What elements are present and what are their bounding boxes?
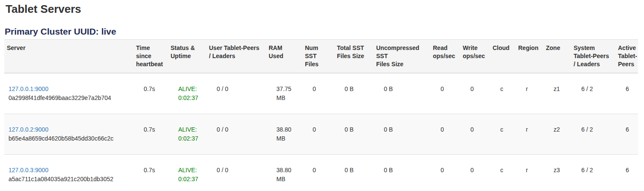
page-title: Tablet Servers	[6, 3, 638, 15]
column-header-num-sst-files: Num SST Files	[302, 40, 334, 73]
num-sst-files-value: 0	[302, 114, 334, 155]
column-header-cloud: Cloud	[489, 40, 515, 73]
write-ops-value: 0	[459, 114, 489, 155]
total-sst-size-value: 0 B	[334, 155, 373, 191]
server-cell: 127.0.0.1:9000 0a2998f41dfe4969baac3229e…	[4, 73, 133, 114]
active-tablet-peers-value: 6	[615, 114, 638, 155]
status-uptime-value: ALIVE: 0:02:37	[167, 114, 206, 155]
write-ops-value: 0	[459, 155, 489, 191]
system-tablet-peers-value: 6 / 2	[570, 114, 615, 155]
user-tablet-peers-value: 0 / 0	[206, 155, 265, 191]
total-sst-size-value: 0 B	[334, 73, 373, 114]
column-header-uncompressed-sst-size: Uncompressed SST Files Size	[373, 40, 429, 73]
column-header-user-tablet-peers: User Tablet-Peers / Leaders	[206, 40, 265, 73]
table-row: 127.0.0.2:9000 b65e4a8659cd4620b58b45dd3…	[4, 114, 638, 155]
server-uuid: a5ac711c1a084035a921c200b1db3052	[9, 175, 129, 184]
tablet-servers-page: Tablet Servers Primary Cluster UUID: liv…	[0, 0, 644, 191]
zone-value: z2	[542, 114, 570, 155]
uncompressed-sst-size-value: 0 B	[373, 155, 429, 191]
column-header-write-ops: Write ops/sec	[459, 40, 489, 73]
read-ops-value: 0	[429, 73, 459, 114]
server-cell: 127.0.0.3:9000 a5ac711c1a084035a921c200b…	[4, 155, 133, 191]
active-tablet-peers-value: 6	[615, 73, 638, 114]
column-header-zone: Zone	[542, 40, 570, 73]
ram-used-value: 37.75 MB	[265, 73, 302, 114]
server-address-link[interactable]: 127.0.0.1:9000	[9, 85, 129, 94]
write-ops-value: 0	[459, 73, 489, 114]
user-tablet-peers-value: 0 / 0	[206, 114, 265, 155]
region-value: r	[515, 73, 542, 114]
read-ops-value: 0	[429, 155, 459, 191]
user-tablet-peers-value: 0 / 0	[206, 73, 265, 114]
time-since-heartbeat-value: 0.7s	[133, 155, 167, 191]
time-since-heartbeat-value: 0.7s	[133, 73, 167, 114]
column-header-total-sst-size: Total SST Files Size	[334, 40, 373, 73]
cluster-uuid-subtitle: Primary Cluster UUID: live	[5, 26, 638, 37]
tablet-servers-table: Server Time since heartbeat Status & Upt…	[4, 39, 638, 191]
column-header-time-since-heartbeat: Time since heartbeat	[133, 40, 167, 73]
zone-value: z1	[542, 73, 570, 114]
system-tablet-peers-value: 6 / 2	[570, 73, 615, 114]
zone-value: z3	[542, 155, 570, 191]
server-cell: 127.0.0.2:9000 b65e4a8659cd4620b58b45dd3…	[4, 114, 133, 155]
server-address-link[interactable]: 127.0.0.2:9000	[9, 125, 129, 134]
server-address-link[interactable]: 127.0.0.3:9000	[9, 166, 129, 175]
region-value: r	[515, 155, 542, 191]
column-header-server: Server	[4, 40, 133, 73]
table-row: 127.0.0.3:9000 a5ac711c1a084035a921c200b…	[4, 155, 638, 191]
region-value: r	[515, 114, 542, 155]
server-uuid: 0a2998f41dfe4969baac3229e7a2b704	[9, 94, 129, 103]
read-ops-value: 0	[429, 114, 459, 155]
column-header-ram-used: RAM Used	[265, 40, 302, 73]
num-sst-files-value: 0	[302, 155, 334, 191]
table-header-row: Server Time since heartbeat Status & Upt…	[4, 40, 638, 73]
cloud-value: c	[489, 155, 515, 191]
system-tablet-peers-value: 6 / 2	[570, 155, 615, 191]
ram-used-value: 38.80 MB	[265, 114, 302, 155]
cloud-value: c	[489, 73, 515, 114]
cloud-value: c	[489, 114, 515, 155]
column-header-read-ops: Read ops/sec	[429, 40, 459, 73]
column-header-status-uptime: Status & Uptime	[167, 40, 206, 73]
uncompressed-sst-size-value: 0 B	[373, 73, 429, 114]
status-uptime-value: ALIVE: 0:02:37	[167, 73, 206, 114]
active-tablet-peers-value: 6	[615, 155, 638, 191]
table-row: 127.0.0.1:9000 0a2998f41dfe4969baac3229e…	[4, 73, 638, 114]
column-header-system-tablet-peers: System Tablet-Peers / Leaders	[570, 40, 615, 73]
column-header-region: Region	[515, 40, 542, 73]
server-uuid: b65e4a8659cd4620b58b45dd30c66c2c	[9, 134, 129, 143]
column-header-active-tablet-peers: Active Tablet- Peers	[615, 40, 638, 73]
uncompressed-sst-size-value: 0 B	[373, 114, 429, 155]
num-sst-files-value: 0	[302, 73, 334, 114]
time-since-heartbeat-value: 0.7s	[133, 114, 167, 155]
status-uptime-value: ALIVE: 0:02:37	[167, 155, 206, 191]
ram-used-value: 38.80 MB	[265, 155, 302, 191]
total-sst-size-value: 0 B	[334, 114, 373, 155]
